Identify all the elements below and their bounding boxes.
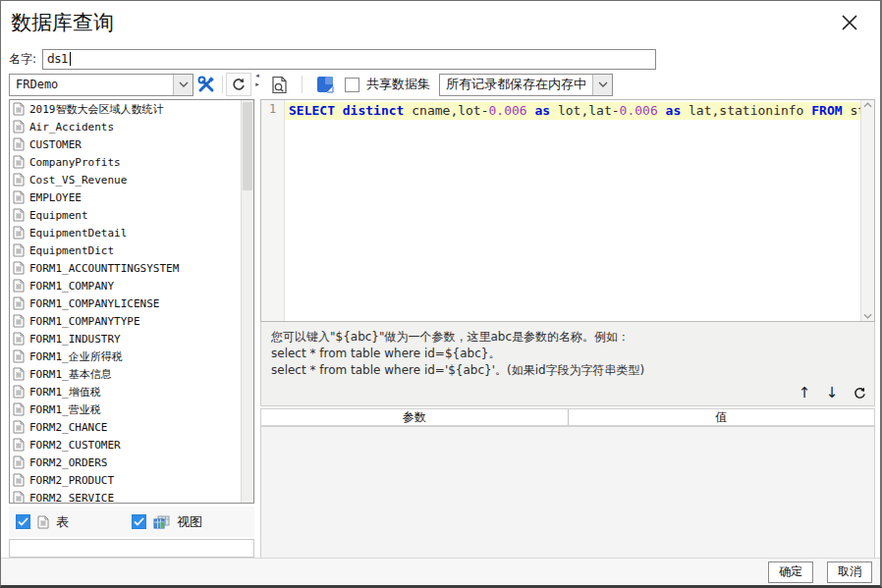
parameter-table-body[interactable] bbox=[261, 427, 874, 558]
table-list-item[interactable]: FORM1_INDUSTRY bbox=[10, 330, 241, 347]
storage-dropdown[interactable]: 所有记录都保存在内存中 bbox=[439, 74, 613, 96]
chevron-down-icon[interactable] bbox=[592, 75, 612, 95]
cancel-button[interactable]: 取消 bbox=[827, 561, 872, 583]
table-name: FORM1_基本信息 bbox=[29, 367, 112, 382]
scroll-up-icon bbox=[863, 102, 872, 108]
ok-button[interactable]: 确定 bbox=[768, 561, 813, 583]
table-list-item[interactable]: Equipment bbox=[10, 206, 241, 224]
name-input[interactable]: ds1 bbox=[42, 49, 656, 70]
preview-button[interactable] bbox=[266, 73, 292, 96]
chevron-down-icon[interactable] bbox=[173, 75, 193, 95]
parameter-hint-panel: 您可以键入"${abc}"做为一个参数，这里abc是参数的名称。例如：selec… bbox=[260, 322, 875, 406]
sql-token-kw: FROM bbox=[811, 103, 842, 118]
table-list-item[interactable]: FORM1_COMPANYTYPE bbox=[10, 312, 241, 330]
name-value: ds1 bbox=[47, 52, 69, 66]
right-panel: 共享数据集 所有记录都保存在内存中 1 SELECT distinct cnam… bbox=[260, 72, 875, 559]
table-list-item[interactable]: CompanyProfits bbox=[10, 153, 241, 171]
sql-token-plain: lot,lat- bbox=[550, 103, 619, 118]
table-list-item[interactable]: EquipmentDict bbox=[10, 241, 241, 259]
toolbar-separator bbox=[302, 76, 303, 93]
sql-token-plain: station; bbox=[843, 103, 860, 118]
table-list-item[interactable]: Cost_VS_Revenue bbox=[10, 171, 241, 188]
table-name: EMPLOYEE bbox=[29, 191, 82, 204]
table-name: CUSTOMER bbox=[29, 138, 82, 151]
table-checkbox[interactable] bbox=[16, 514, 30, 529]
move-parameter-down-button[interactable]: ↓ bbox=[821, 382, 843, 403]
sql-token-plain: cname,lot- bbox=[404, 103, 488, 118]
table-list-item[interactable]: 2019智数大会区域人数统计 bbox=[10, 100, 241, 118]
query-toolbar: 共享数据集 所有记录都保存在内存中 bbox=[260, 72, 875, 97]
table-list-item[interactable]: FORM1_COMPANYLICENSE bbox=[10, 294, 241, 312]
connection-dropdown[interactable]: FRDemo bbox=[9, 74, 193, 96]
view-icon bbox=[153, 515, 170, 529]
table-list-item[interactable]: Air_Accidents bbox=[10, 118, 241, 135]
table-list-item[interactable]: FORM2_SERVICE bbox=[10, 489, 241, 503]
table-icon bbox=[13, 243, 25, 257]
dialog-title: 数据库查询 bbox=[11, 9, 114, 36]
left-panel: FRDemo 201 bbox=[9, 72, 254, 558]
table-list-item[interactable]: FORM2_CUSTOMER bbox=[10, 436, 241, 454]
close-icon[interactable] bbox=[837, 10, 862, 35]
parameter-toolbar: ↑ ↓ bbox=[794, 382, 870, 403]
table-icon bbox=[13, 102, 25, 116]
refresh-connection-button[interactable] bbox=[226, 73, 251, 96]
table-name: FORM1_INDUSTRY bbox=[29, 333, 121, 346]
refresh-icon bbox=[853, 386, 867, 401]
table-list-item[interactable]: EquipmentDetail bbox=[10, 224, 241, 241]
table-list-item[interactable]: FORM1_COMPANY bbox=[10, 277, 241, 294]
refresh-icon bbox=[231, 77, 247, 92]
table-list-item[interactable]: CUSTOMER bbox=[10, 135, 241, 153]
share-dataset-label: 共享数据集 bbox=[366, 76, 430, 93]
left-bottom-strip bbox=[9, 539, 254, 558]
table-icon bbox=[13, 349, 25, 363]
table-list-item[interactable]: FORM1_ACCOUNTTINGSYSTEM bbox=[10, 259, 241, 277]
table-name: CompanyProfits bbox=[29, 156, 121, 169]
hint-line: select * from table where id=${abc}。 bbox=[271, 346, 874, 362]
scrollbar-thumb[interactable] bbox=[243, 102, 252, 190]
table-icon bbox=[13, 296, 25, 310]
sql-editor[interactable]: 1 SELECT distinct cname,lot-0.006 as lot… bbox=[260, 99, 875, 322]
arrow-up-icon: ↑ bbox=[799, 384, 811, 401]
table-list-item[interactable]: FORM2_CHANCE bbox=[10, 418, 241, 436]
sql-token-kw: distinct bbox=[343, 103, 405, 118]
table-name: FORM1_ACCOUNTTINGSYSTEM bbox=[29, 262, 179, 275]
table-icon bbox=[13, 420, 25, 434]
parameter-table: 参数值 bbox=[260, 408, 875, 559]
table-list-item[interactable]: FORM1_营业税 bbox=[10, 401, 241, 418]
param-header-cell[interactable]: 值 bbox=[568, 409, 875, 425]
hint-line: 您可以键入"${abc}"做为一个参数，这里abc是参数的名称。例如： bbox=[271, 329, 874, 346]
view-checkbox[interactable] bbox=[132, 514, 146, 529]
table-name: FORM1_企业所得税 bbox=[29, 349, 123, 364]
table-name: FORM1_COMPANYTYPE bbox=[29, 315, 140, 328]
table-list-item[interactable]: FORM2_ORDERS bbox=[10, 454, 241, 471]
share-dataset-checkbox[interactable] bbox=[345, 78, 359, 92]
table-list-item[interactable]: EMPLOYEE bbox=[10, 188, 241, 206]
editor-scrollbar[interactable] bbox=[860, 100, 874, 321]
sql-token-plain bbox=[658, 103, 666, 118]
table-icon bbox=[13, 120, 25, 134]
refresh-parameters-button[interactable] bbox=[849, 382, 870, 403]
footer-bar: 确定 取消 bbox=[1, 558, 880, 585]
table-list-item[interactable]: FORM1_企业所得税 bbox=[10, 347, 241, 365]
hint-line: select * from table where id='${abc}'。(如… bbox=[271, 362, 874, 379]
table-name: Cost_VS_Revenue bbox=[29, 174, 127, 187]
sql-token-num: 0.006 bbox=[489, 103, 527, 118]
table-list-item[interactable]: FORM2_PRODUCT bbox=[10, 471, 241, 489]
save-dataset-button[interactable] bbox=[312, 73, 338, 96]
table-name: FORM2_SERVICE bbox=[29, 492, 114, 504]
param-header-cell[interactable]: 参数 bbox=[261, 409, 568, 425]
filter-view: 视图 bbox=[132, 513, 202, 531]
move-parameter-up-button[interactable]: ↑ bbox=[794, 382, 815, 403]
table-list-item[interactable]: FORM1_增值税 bbox=[10, 383, 241, 401]
editor-code-area[interactable]: SELECT distinct cname,lot-0.006 as lot,l… bbox=[285, 100, 860, 321]
table-list[interactable]: 2019智数大会区域人数统计Air_AccidentsCUSTOMERCompa… bbox=[9, 99, 254, 504]
title-bar: 数据库查询 bbox=[1, 1, 880, 46]
table-list-scrollbar[interactable] bbox=[241, 100, 253, 503]
table-name: FORM2_CHANCE bbox=[29, 421, 107, 434]
sql-current-line[interactable]: SELECT distinct cname,lot-0.006 as lot,l… bbox=[285, 102, 860, 120]
table-list-item[interactable]: FORM1_基本信息 bbox=[10, 365, 241, 383]
table-icon bbox=[13, 491, 25, 503]
database-query-dialog: 数据库查询 名字: ds1 FRDemo bbox=[0, 0, 882, 588]
check-icon bbox=[18, 517, 28, 526]
connection-config-button[interactable] bbox=[193, 73, 219, 96]
